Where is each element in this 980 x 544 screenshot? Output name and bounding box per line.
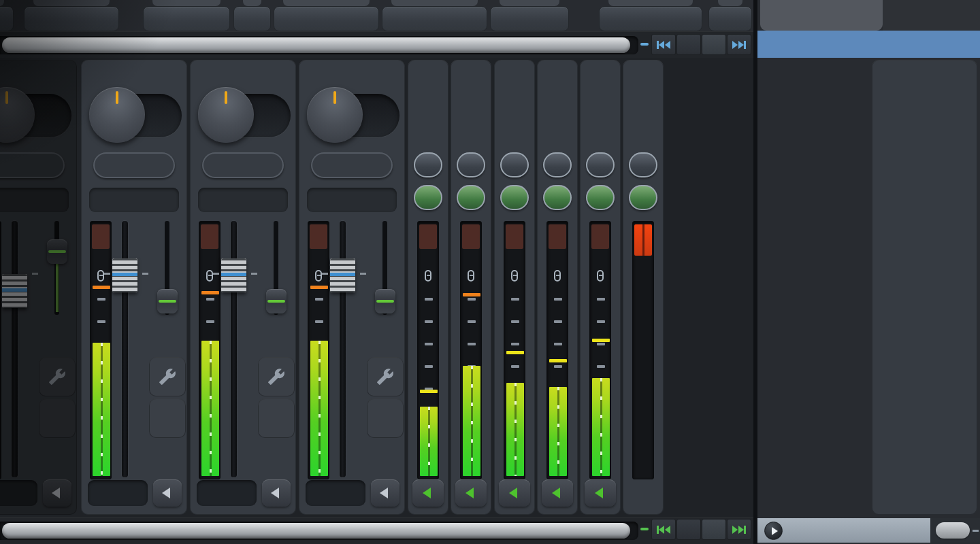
top-page-2-button[interactable] <box>702 34 726 55</box>
eq-button[interactable] <box>39 398 76 438</box>
mute-button[interactable] <box>543 152 572 177</box>
meter-tick <box>97 298 105 301</box>
fx-send-handle[interactable] <box>47 239 67 264</box>
top-skip-last-button[interactable] <box>727 34 751 55</box>
cue-button[interactable] <box>457 185 485 210</box>
routing-target-button[interactable] <box>0 6 14 31</box>
mute-button[interactable] <box>457 152 485 177</box>
top-scrollbar-handle[interactable] <box>2 37 630 53</box>
channel-settings-button[interactable] <box>258 357 295 396</box>
meter-tick <box>425 298 433 301</box>
meter-tick <box>206 298 214 301</box>
routing-target-button[interactable] <box>233 6 271 31</box>
channel-settings-button[interactable] <box>149 357 186 396</box>
channel-options-button[interactable] <box>542 479 573 507</box>
cue-button[interactable] <box>586 185 615 210</box>
meter-peak-hold <box>420 390 438 393</box>
channel-options-button[interactable] <box>455 479 487 507</box>
fx-send-handle[interactable] <box>375 289 395 313</box>
channel-options-button[interactable] <box>262 479 291 507</box>
top-skip-first-button[interactable] <box>651 34 676 55</box>
bottom-page-1-button[interactable] <box>676 519 701 540</box>
mute-button[interactable] <box>629 152 657 177</box>
routing-target-button[interactable] <box>274 6 379 31</box>
routing-button-stub <box>243 0 261 6</box>
channel-name <box>299 64 405 83</box>
channel-options-button[interactable] <box>585 479 616 507</box>
fader-zero-mark-right <box>251 273 257 275</box>
top-page-1-button[interactable] <box>676 34 701 55</box>
cue-button[interactable] <box>629 185 657 210</box>
mute-button[interactable] <box>586 152 615 177</box>
fader-track[interactable] <box>12 221 18 477</box>
volume-fader-handle[interactable] <box>112 258 137 292</box>
routing-target-button[interactable] <box>382 6 487 31</box>
bottom-scrollbar-handle[interactable] <box>2 523 630 539</box>
volume-fader-handle[interactable] <box>2 274 27 308</box>
wrench-icon <box>159 368 176 386</box>
channel-options-button[interactable] <box>371 479 399 507</box>
routing-button-stub <box>391 0 478 6</box>
meter-tick <box>511 320 519 323</box>
control-room-expand-button[interactable] <box>764 522 783 540</box>
cue-button[interactable] <box>500 185 529 210</box>
channel-name <box>623 63 664 165</box>
routing-target-button[interactable] <box>708 6 752 31</box>
fx-header-bar[interactable] <box>757 31 980 58</box>
meter-clip-segment <box>506 224 523 249</box>
fx-send-handle[interactable] <box>157 289 178 313</box>
meter-tick <box>597 320 605 323</box>
wrench-icon <box>48 368 66 386</box>
volume-fader-handle[interactable] <box>330 258 355 292</box>
knob-indicator <box>5 91 8 104</box>
fx-panel-top-dark <box>883 0 980 31</box>
channel-strip <box>494 60 535 515</box>
totalmix-mixer-window <box>0 0 980 544</box>
fx-send-handle[interactable] <box>266 289 287 313</box>
play-triangle-icon <box>772 527 778 535</box>
channel-settings-button[interactable] <box>367 357 404 396</box>
routing-target-button[interactable] <box>24 6 119 31</box>
level-meter <box>632 221 654 479</box>
channel-options-button[interactable] <box>43 479 71 507</box>
control-room-minus-icon[interactable] <box>973 530 979 532</box>
channel-options-button[interactable] <box>153 479 182 507</box>
channel-options-button[interactable] <box>499 479 530 507</box>
level-meter <box>589 221 611 479</box>
routing-target-button[interactable] <box>490 6 569 31</box>
bottom-skip-first-button[interactable] <box>651 519 676 540</box>
routing-target-button[interactable] <box>599 6 702 31</box>
control-room-scroll-handle[interactable] <box>936 522 970 539</box>
fader-zero-mark-left <box>104 273 110 275</box>
bottom-scroll-minus-button[interactable] <box>640 528 649 530</box>
mute-button[interactable] <box>500 152 529 177</box>
bottom-skip-last-button[interactable] <box>727 519 751 540</box>
meter-tick <box>597 343 605 345</box>
fx-panel-top-block <box>760 0 883 31</box>
channel-name <box>0 64 77 83</box>
top-scrollbar-track[interactable] <box>0 36 638 54</box>
eq-button[interactable] <box>258 398 295 438</box>
cue-button[interactable] <box>414 185 442 210</box>
meter-tick <box>511 343 519 345</box>
mute-button[interactable] <box>414 152 442 177</box>
meter-peak-hold <box>201 291 219 294</box>
level-meter <box>90 221 112 479</box>
pan-knob[interactable] <box>198 87 254 143</box>
bottom-page-2-button[interactable] <box>702 519 726 540</box>
meter-tick <box>315 320 323 323</box>
bottom-scrollbar-row <box>0 517 753 544</box>
pan-knob[interactable] <box>307 87 363 143</box>
channel-settings-button[interactable] <box>39 357 76 396</box>
bottom-scrollbar-track[interactable] <box>0 522 638 540</box>
channel-options-button[interactable] <box>412 479 444 507</box>
routing-target-button[interactable] <box>143 6 230 31</box>
pan-knob[interactable] <box>89 87 145 143</box>
eq-button[interactable] <box>367 398 404 438</box>
left-triangle-icon <box>509 488 517 498</box>
cue-button[interactable] <box>543 185 572 210</box>
eq-button[interactable] <box>149 398 186 438</box>
volume-fader-handle[interactable] <box>221 258 246 292</box>
top-scroll-minus-button[interactable] <box>640 43 649 46</box>
fader-zero-mark-left <box>213 273 219 275</box>
